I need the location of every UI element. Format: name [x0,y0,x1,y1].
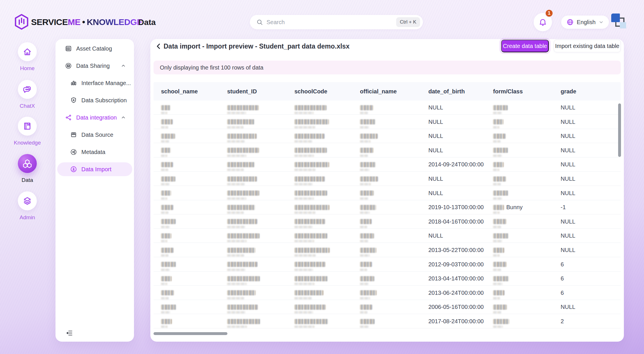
table-cell [227,129,294,143]
redacted-value [227,119,254,124]
redacted-subvalue [360,140,371,143]
table-cell: 6 [561,272,620,286]
redacted-value [161,119,173,124]
sidebar-item-metadata[interactable]: Metadata [57,145,132,159]
redacted-subvalue [360,226,367,228]
redacted-value [493,262,507,267]
search-input[interactable] [267,19,396,26]
redacted-value [360,233,374,238]
org-logo-icon[interactable] [611,14,627,29]
redacted-value [360,176,378,182]
table-cell [493,115,561,129]
cell-text: NULL [428,147,443,154]
redacted-value [493,134,506,139]
table-cell: NULL [561,101,620,115]
redacted-value [227,205,255,210]
table-cell [161,115,227,129]
redacted-subvalue [360,283,369,285]
rail-item-home[interactable]: Home [0,42,55,72]
create-data-table-button[interactable]: Create data table [501,40,549,52]
language-label: English [577,19,596,26]
redacted-value [294,276,328,281]
redacted-value [227,148,259,153]
redacted-value [227,191,259,196]
table-cell [227,172,294,186]
cell-text: NULL [561,147,575,154]
table-cell [360,115,428,129]
table-cell [493,272,561,286]
hexagons-icon [22,159,32,168]
table-cell: NULL [561,172,620,186]
table-cell [360,314,428,328]
sidebar-item-data-integration[interactable]: Data integration [57,111,132,124]
brand-wordmark: SERVICEME•KNOWLEDGE [31,17,143,27]
search-bar[interactable]: Ctrl + K [250,15,423,29]
table-cell: NULL [561,143,620,157]
language-selector[interactable]: English [561,16,609,29]
brand-logo-icon [14,14,29,30]
cell-text: 2006-05-16T00:00:00 [428,304,484,310]
home-icon [23,47,32,56]
sidebar-item-data-subscription[interactable]: Data Subscription [57,93,132,107]
redacted-value [294,262,325,267]
redacted-subvalue [227,155,246,157]
table-cell [161,157,227,172]
collapse-icon [66,329,73,337]
table-cell [161,101,227,115]
table-cell [360,272,428,286]
table-cell [360,300,428,314]
table-cell: 6 [561,257,620,272]
info-banner-text: Only displaying the first 100 rows of da… [160,64,263,71]
table-cell [161,272,227,286]
horizontal-scrollbar[interactable] [154,332,227,335]
table-cell: -1 [561,200,620,214]
table-cell: NULL [428,186,493,200]
table-cell [360,186,428,200]
table-cell [360,143,428,157]
table-cell: 2012-09-03T00:00:00 [428,257,493,272]
rail-item-knowledge[interactable]: Knowledge [0,117,55,146]
sidebar-panel: Asset Catalog Data Sharing Interface Man… [55,39,134,342]
redacted-subvalue [294,155,314,157]
cell-text: 2013-04-14T00:00:00 [428,275,484,282]
redacted-subvalue [360,211,370,214]
redacted-subvalue [360,240,368,242]
table-cell [227,314,294,328]
redacted-subvalue [294,126,315,128]
cell-text: NULL [428,176,443,182]
sidebar-item-data-import[interactable]: Data Import [57,162,132,176]
vertical-scrollbar[interactable] [618,103,621,157]
table-cell [227,115,294,129]
cell-text: 2012-09-03T00:00:00 [428,261,484,268]
rail-item-admin[interactable]: Admin [0,191,55,221]
redacted-subvalue [227,269,246,271]
table-cell [227,272,294,286]
rail-item-data[interactable]: Data [0,154,55,183]
redacted-value [493,119,503,124]
redacted-subvalue [227,211,244,214]
redacted-subvalue [161,297,169,299]
import-existing-data-table-button[interactable]: Import existing data table [554,40,621,52]
sidebar-item-data-sharing[interactable]: Data Sharing [57,59,132,73]
back-button[interactable] [155,43,162,50]
table-cell [161,172,227,186]
table-cell [493,143,561,157]
redacted-value [161,305,176,310]
redacted-value [493,205,504,210]
table-cell: 2013-05-22T00:00:00 [428,243,493,257]
cell-text: NULL [561,119,575,125]
rail-item-chatx[interactable]: ChatX [0,80,55,109]
redacted-subvalue [360,254,370,257]
sidebar-item-data-source[interactable]: Data Source [57,128,132,142]
cell-text: 2 [561,318,564,325]
redacted-value [227,162,255,167]
redacted-value [493,319,509,324]
redacted-value [294,290,323,295]
sidebar-item-interface-management[interactable]: Interface Manage... [57,76,132,90]
redacted-subvalue [161,155,167,157]
table-cell [294,286,360,300]
redacted-value [493,191,508,196]
sidebar-item-asset-catalog[interactable]: Asset Catalog [57,42,132,55]
table-cell [294,300,360,314]
collapse-sidebar-button[interactable] [65,328,74,338]
